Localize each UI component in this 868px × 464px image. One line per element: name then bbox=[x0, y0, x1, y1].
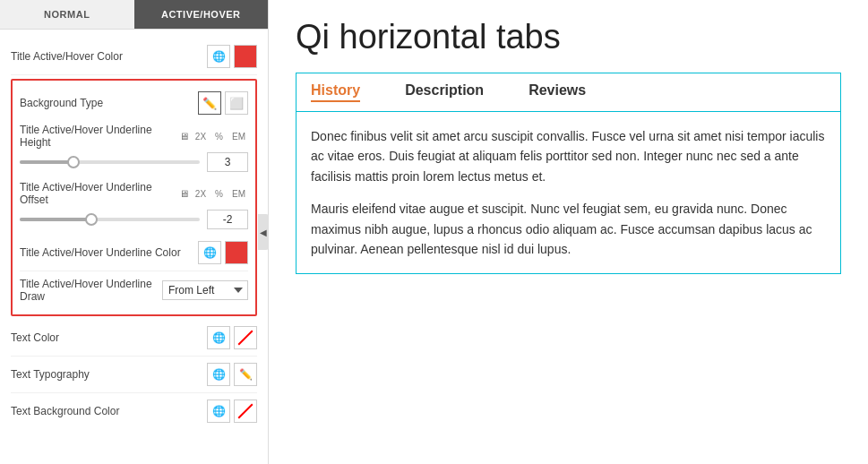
mode-tab-row: NORMAL ACTIVE/HOVER bbox=[0, 0, 268, 30]
underline-color-row: Title Active/Hover Underline Color 🌐 bbox=[20, 235, 248, 271]
underline-offset-section: Title Active/Hover Underline Offset 🖥 2X… bbox=[20, 177, 248, 235]
underline-offset-label-row: Title Active/Hover Underline Offset 🖥 2X… bbox=[20, 181, 248, 206]
unit-em-offset[interactable]: EM bbox=[229, 188, 248, 200]
text-typography-global-icon[interactable]: 🌐 bbox=[207, 363, 230, 386]
background-type-icons: ✏️ ⬜ bbox=[198, 91, 248, 115]
underline-height-fill bbox=[20, 160, 73, 164]
background-type-row: Background Type ✏️ ⬜ bbox=[20, 86, 248, 120]
title-color-global-icon[interactable]: 🌐 bbox=[207, 45, 230, 68]
text-color-controls: 🌐 bbox=[203, 326, 257, 349]
underline-color-controls: 🌐 bbox=[194, 241, 248, 264]
active-hover-tab[interactable]: ACTIVE/HOVER bbox=[134, 0, 269, 29]
underline-draw-select[interactable]: From Left From Right From Center bbox=[162, 280, 248, 300]
text-bg-color-controls: 🌐 bbox=[203, 400, 257, 423]
underline-offset-input[interactable]: -2 bbox=[207, 210, 248, 229]
underline-height-controls-right: 🖥 2X % EM bbox=[179, 131, 248, 142]
highlight-section: Background Type ✏️ ⬜ Title Active/Hover … bbox=[11, 79, 257, 316]
right-panel: ◀ Qi horizontal tabs History Description… bbox=[269, 0, 868, 464]
text-bg-color-row: Text Background Color 🌐 bbox=[11, 393, 257, 429]
tab-history[interactable]: History bbox=[311, 82, 360, 102]
unit-pct-offset[interactable]: % bbox=[212, 188, 226, 200]
tab-reviews[interactable]: Reviews bbox=[529, 82, 586, 102]
underline-draw-label: Title Active/Hover Underline Draw bbox=[20, 278, 162, 303]
normal-tab[interactable]: NORMAL bbox=[0, 0, 134, 29]
underline-color-swatch[interactable] bbox=[225, 241, 248, 264]
underline-height-thumb[interactable] bbox=[67, 156, 80, 168]
tab-description[interactable]: Description bbox=[405, 82, 484, 102]
underline-height-track[interactable] bbox=[20, 160, 200, 164]
left-panel: NORMAL ACTIVE/HOVER Title Active/Hover C… bbox=[0, 0, 269, 464]
tabs-nav: History Description Reviews bbox=[296, 73, 841, 112]
underline-height-section: Title Active/Hover Underline Height 🖥 2X… bbox=[20, 120, 248, 177]
unit-pct-height[interactable]: % bbox=[212, 131, 226, 142]
underline-offset-controls-right: 🖥 2X % EM bbox=[179, 188, 248, 200]
tab-content: Donec finibus velit sit amet arcu suscip… bbox=[296, 112, 841, 274]
text-typography-controls: 🌐 ✏️ bbox=[203, 363, 257, 386]
bg-type-pen-icon[interactable]: ✏️ bbox=[198, 91, 221, 115]
title-active-hover-color-row: Title Active/Hover Color 🌐 bbox=[11, 39, 257, 75]
text-bg-color-label: Text Background Color bbox=[11, 405, 203, 417]
title-active-color-swatch[interactable] bbox=[234, 45, 257, 68]
unit-em-height[interactable]: EM bbox=[229, 131, 248, 142]
text-color-swatch[interactable] bbox=[234, 326, 257, 349]
text-typography-label: Text Typography bbox=[11, 368, 203, 381]
underline-color-label: Title Active/Hover Underline Color bbox=[20, 246, 194, 259]
underline-height-slider-row: 3 bbox=[20, 152, 248, 172]
monitor-icon-offset: 🖥 bbox=[179, 188, 189, 199]
content-para-2: Mauris eleifend vitae augue et suscipit.… bbox=[311, 199, 826, 259]
underline-color-global-icon[interactable]: 🌐 bbox=[198, 241, 221, 264]
underline-draw-row: Title Active/Hover Underline Draw From L… bbox=[20, 271, 248, 309]
unit-2x-height[interactable]: 2X bbox=[193, 131, 209, 142]
underline-height-input[interactable]: 3 bbox=[207, 152, 248, 172]
title-color-controls: 🌐 bbox=[203, 45, 257, 68]
underline-offset-thumb[interactable] bbox=[85, 213, 98, 226]
text-bg-color-swatch[interactable] bbox=[234, 400, 257, 423]
monitor-icon-height: 🖥 bbox=[179, 131, 189, 142]
underline-height-label-row: Title Active/Hover Underline Height 🖥 2X… bbox=[20, 124, 248, 149]
collapse-handle[interactable]: ◀ bbox=[258, 214, 269, 250]
underline-offset-fill bbox=[20, 218, 91, 221]
unit-2x-offset[interactable]: 2X bbox=[193, 188, 209, 200]
text-color-label: Text Color bbox=[11, 331, 203, 344]
content-para-1: Donec finibus velit sit amet arcu suscip… bbox=[311, 126, 826, 186]
text-bg-color-global-icon[interactable]: 🌐 bbox=[207, 400, 230, 423]
text-typography-edit-icon[interactable]: ✏️ bbox=[234, 363, 257, 386]
text-typography-row: Text Typography 🌐 ✏️ bbox=[11, 357, 257, 393]
underline-offset-track[interactable] bbox=[20, 218, 200, 221]
panel-body: Title Active/Hover Color 🌐 Background Ty… bbox=[0, 30, 268, 464]
underline-offset-label: Title Active/Hover Underline Offset bbox=[20, 181, 179, 206]
background-type-label: Background Type bbox=[20, 97, 198, 109]
title-active-hover-color-label: Title Active/Hover Color bbox=[11, 50, 203, 63]
underline-height-label: Title Active/Hover Underline Height bbox=[20, 124, 179, 149]
text-color-global-icon[interactable]: 🌐 bbox=[207, 326, 230, 349]
underline-offset-slider-row: -2 bbox=[20, 210, 248, 229]
text-color-row: Text Color 🌐 bbox=[11, 320, 257, 357]
page-title: Qi horizontal tabs bbox=[296, 18, 841, 56]
bg-type-square-icon[interactable]: ⬜ bbox=[225, 91, 248, 115]
